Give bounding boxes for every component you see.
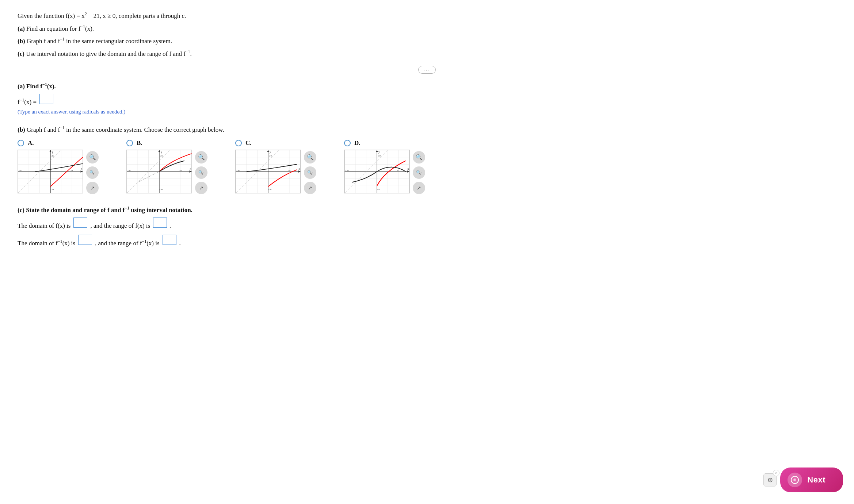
divider-line-left [18,70,412,70]
zoom-out-b[interactable]: 🔍- [195,166,207,179]
graph-option-b-header[interactable]: B. [126,139,142,147]
svg-text:30: 30 [397,169,399,172]
divider-dots[interactable]: ... [418,66,436,74]
section-a: (a) Find f−1(x). f−1(x) = (Type an exact… [18,82,836,115]
radio-c[interactable] [235,140,242,146]
graph-option-d: D. [344,139,435,194]
svg-text:y: y [378,150,380,153]
radio-b[interactable] [126,140,133,146]
graph-d-svg: x y -30 30 30 -30 [344,150,409,193]
main-content: Given the function f(x) = x2 − 21, x ≥ 0… [0,0,854,301]
graph-d: x y -30 30 30 -30 [344,150,410,193]
zoom-in-b[interactable]: 🔍 [195,151,207,163]
radio-d[interactable] [344,140,351,146]
domain-f-input[interactable] [73,218,87,228]
svg-text:-30: -30 [159,188,163,191]
next-icon-svg [790,476,799,484]
svg-text:30: 30 [179,169,182,172]
external-c[interactable]: ↗ [304,182,316,194]
graphs-row: A. [18,139,836,194]
svg-text:x: x [190,167,191,170]
graph-b: x y -30 30 30 -30 [126,150,192,193]
graph-a: x y -30 30 30 -30 [18,150,83,193]
graph-c-icons: 🔍 🔍- ↗ [304,151,316,194]
svg-text:-30: -30 [127,169,131,172]
zoom-out-d[interactable]: 🔍- [413,166,425,179]
row1-end: . [170,222,171,230]
domain-finv-prefix: The domain of f−1(x) is [18,239,75,247]
row2-final: . [179,239,181,247]
equation-prefix: f−1(x) = [18,97,37,106]
zoom-out-a[interactable]: 🔍- [86,166,99,179]
graph-option-a-header[interactable]: A. [18,139,34,147]
svg-text:30: 30 [52,154,54,157]
option-b-label: B. [137,139,142,147]
graph-option-b: B. [126,139,218,194]
zoom-in-a[interactable]: 🔍 [86,151,99,163]
option-c-label: C. [245,139,252,147]
svg-text:30: 30 [378,154,381,157]
external-d[interactable]: ↗ [413,182,425,194]
graph-a-svg: x y -30 30 30 -30 [18,150,83,193]
range-f-input[interactable] [153,218,167,228]
part-a-statement: (a) Find an equation for f−1(x). [18,23,836,34]
close-icon[interactable]: × [773,470,779,476]
svg-text:x: x [408,167,409,170]
svg-text:y: y [270,150,271,153]
section-a-label: (a) Find f−1(x). [18,82,836,90]
graph-option-d-header[interactable]: D. [344,139,361,147]
external-b[interactable]: ↗ [195,182,207,194]
divider-line-right [442,70,836,70]
inverse-equation-row: f−1(x) = [18,94,836,106]
part-c-statement: (c) Use interval notation to give the do… [18,48,836,59]
svg-text:30: 30 [160,154,163,157]
graph-a-container: x y -30 30 30 -30 [18,150,99,194]
option-d-label: D. [354,139,361,147]
svg-point-91 [794,480,796,481]
svg-text:30: 30 [269,154,272,157]
graph-c: x y -30 30 30 -30 [235,150,301,193]
external-a[interactable]: ↗ [86,182,99,194]
part-b-statement: (b) Graph f and f−1 in the same rectangu… [18,35,836,47]
svg-text:y: y [52,150,53,153]
graph-b-container: x y -30 30 30 -30 [126,150,207,194]
next-button[interactable]: Next [780,468,843,492]
domain-range-row-1: The domain of f(x) is , and the range of… [18,218,836,230]
graph-a-icons: 🔍 🔍- ↗ [86,151,99,194]
domain-finv-input[interactable] [78,235,92,245]
zoom-in-d[interactable]: 🔍 [413,151,425,163]
answer-input-a[interactable] [39,94,53,104]
move-icon-wrapper: ⊕ × [763,473,777,486]
svg-text:30: 30 [288,169,290,172]
svg-text:y: y [161,150,162,153]
divider: ... [18,66,836,74]
range-finv-input[interactable] [163,235,176,245]
graph-option-c-header[interactable]: C. [235,139,252,147]
next-button-icon [788,473,802,487]
graph-d-container: x y -30 30 30 -30 🔍 [344,150,425,194]
intro-text: Given the function f(x) = x2 − 21, x ≥ 0… [18,10,836,22]
problem-statement: Given the function f(x) = x2 − 21, x ≥ 0… [18,10,836,59]
radio-a[interactable] [18,140,24,146]
graph-option-c: C. [235,139,327,194]
section-b-label: (b) Graph f and f−1 in the same coordina… [18,125,836,134]
domain-range-row-2: The domain of f−1(x) is , and the range … [18,235,836,247]
graph-b-svg: x y -30 30 30 -30 [127,150,192,193]
range-f-prefix: , and the range of f(x) is [90,222,150,230]
svg-text:-30: -30 [345,169,349,172]
zoom-in-c[interactable]: 🔍 [304,151,316,163]
svg-text:-30: -30 [268,188,272,191]
range-finv-prefix: , and the range of f−1(x) is [95,239,159,247]
graph-c-container: x y -30 30 30 -30 🔍 [235,150,316,194]
svg-text:30: 30 [70,169,73,172]
svg-text:x: x [81,167,83,170]
zoom-out-c[interactable]: 🔍- [304,166,316,179]
graph-d-icons: 🔍 🔍- ↗ [413,151,425,194]
svg-text:-30: -30 [19,169,22,172]
section-c: (c) State the domain and range of f and … [18,206,836,247]
graph-option-a: A. [18,139,109,194]
option-a-label: A. [28,139,34,147]
svg-text:-30: -30 [236,169,240,172]
svg-text:x: x [299,167,300,170]
graph-c-svg: x y -30 30 30 -30 [236,150,301,193]
